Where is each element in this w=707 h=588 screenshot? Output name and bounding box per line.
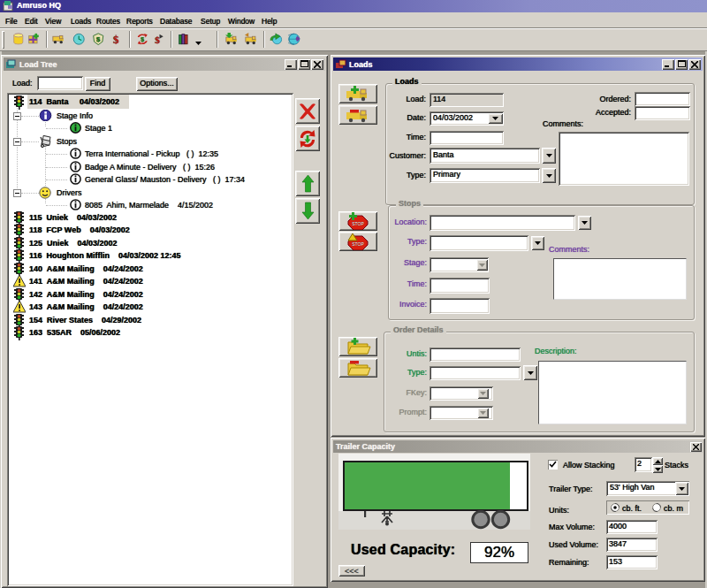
svg-text:STOP: STOP (352, 221, 364, 226)
svg-text:$: $ (113, 34, 119, 46)
svg-text:$: $ (155, 34, 160, 45)
svg-text:STOP: STOP (352, 241, 364, 247)
svg-text:$: $ (141, 36, 144, 43)
svg-text:$: $ (96, 35, 101, 43)
